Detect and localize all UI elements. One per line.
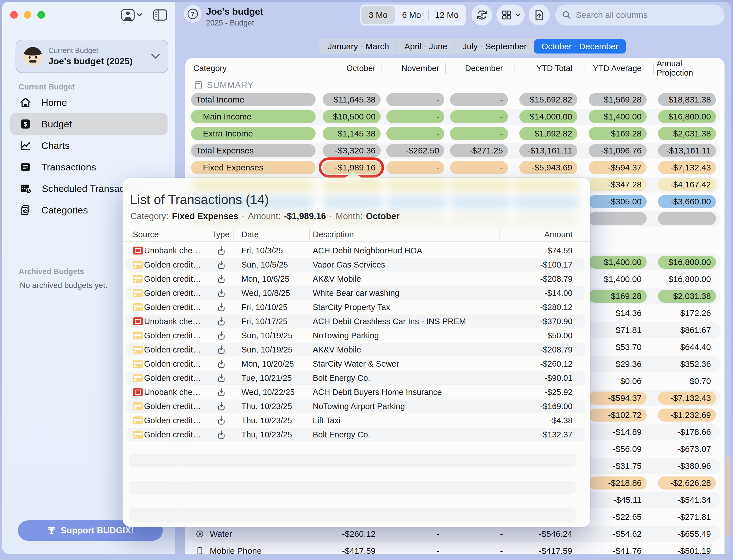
blurred-row-content — [513, 196, 579, 209]
txn-amount: -$370.90 — [540, 314, 573, 328]
sidebar-section-current-budget: Current Budget — [19, 83, 75, 91]
tab-april-june[interactable]: April - June — [397, 39, 455, 54]
import-icon — [217, 243, 226, 258]
column-header-ytd-total[interactable]: YTD Total — [518, 58, 572, 78]
transaction-row[interactable]: Golden credit…Wed, 10/8/25White Bear car… — [123, 286, 590, 300]
skeleton-row — [129, 481, 576, 495]
help-button[interactable]: ? — [184, 5, 202, 23]
credit-card-icon — [133, 328, 143, 343]
value-cell: $16,800.00 — [658, 256, 716, 269]
txn-column-header-date[interactable]: Date — [242, 228, 259, 241]
layout-menu-button[interactable] — [496, 5, 525, 25]
close-window-button[interactable] — [10, 11, 18, 19]
sidebar-item-home[interactable]: Home — [10, 92, 168, 113]
sidebar-item-charts[interactable]: Charts — [10, 135, 168, 156]
blurred-row-content — [323, 179, 383, 192]
transaction-row[interactable]: Golden credit…Thu, 10/23/25NoTowing Airp… — [123, 399, 590, 413]
transaction-row[interactable]: Golden credit…Sun, 10/5/25Vapor Gas Serv… — [123, 258, 590, 272]
txn-description: Lift Taxi — [313, 413, 341, 428]
table-row[interactable]: Extra Income$1,145.38--$1,692.82$169.28$… — [185, 125, 725, 142]
minimize-window-button[interactable] — [24, 11, 31, 19]
txn-description: NoTowing Airport Parking — [313, 399, 405, 413]
tab-july-september[interactable]: July - September — [455, 39, 534, 54]
value-pill: -$1,096.76 — [589, 144, 647, 157]
value-cell: $1,400.00 — [589, 256, 647, 269]
transaction-row[interactable]: Golden credit…Sun, 10/19/25AK&V Mobile-$… — [123, 343, 590, 357]
table-row[interactable]: Main Income$10,500.00--$14,000.00$1,400.… — [185, 108, 725, 125]
category-pill: Total Income — [191, 93, 316, 106]
import-file-button[interactable] — [529, 5, 550, 25]
search-input[interactable] — [576, 10, 718, 20]
credit-card-icon — [133, 300, 143, 314]
value-cell: -$178.66 — [658, 426, 716, 439]
column-divider — [445, 63, 446, 74]
value-cell: $1,400.00 — [589, 273, 647, 286]
txn-column-header-type[interactable]: Type — [212, 228, 230, 241]
value-pill: -$5,943.69 — [519, 161, 577, 174]
zoom-window-button[interactable] — [37, 11, 45, 19]
value-cell: -$271.81 — [658, 510, 716, 523]
credit-card-icon — [133, 343, 143, 357]
page-title: Joe's budget — [206, 6, 263, 17]
transaction-row[interactable]: Golden credit…Thu, 10/23/25Lift Taxi-$4.… — [123, 413, 590, 428]
scrollbar-thumb[interactable] — [727, 456, 730, 537]
txn-source: Golden credit… — [144, 328, 201, 343]
txn-source: Golden credit… — [144, 357, 201, 371]
category-label: Mobile Phone — [196, 542, 262, 554]
txn-date: Sun, 10/19/25 — [242, 343, 293, 357]
transaction-row[interactable]: Unobank che…Fri, 10/17/25ACH Debit Crash… — [123, 314, 590, 328]
transaction-row[interactable]: Golden credit…Thu, 10/23/25Bolt Energy C… — [123, 428, 590, 442]
column-header-ytd-average[interactable]: YTD Average — [587, 58, 642, 78]
column-header-annual-projection[interactable]: Annual Projection — [657, 58, 711, 78]
tab-january-march[interactable]: January - March — [321, 39, 396, 54]
value-cell: -$541.34 — [658, 493, 716, 506]
tab-october-december[interactable]: October - December — [534, 39, 626, 54]
person-icon — [121, 8, 135, 22]
txn-column-header-source[interactable]: Source — [133, 228, 159, 241]
table-row[interactable]: Total Expenses-$3,320.36-$262.50-$271.25… — [185, 142, 725, 159]
table-row[interactable]: Mobile Phone-$417.59---$417.59-$41.76-$5… — [185, 542, 725, 554]
value-pill: $1,400.00 — [589, 110, 647, 123]
transaction-row[interactable]: Golden credit…Sun, 10/19/25NoTowing Park… — [123, 328, 590, 343]
range-segmented-control: 3 Mo6 Mo12 Mo — [360, 5, 466, 25]
sidebar-item-budget[interactable]: $Budget — [10, 113, 168, 135]
toggle-sidebar-button[interactable] — [153, 9, 168, 21]
transaction-row[interactable]: Golden credit…Fri, 10/10/25StarCity Prop… — [123, 300, 590, 314]
credit-card-icon — [133, 371, 143, 385]
import-icon — [217, 399, 226, 413]
txn-amount: -$50.00 — [545, 328, 572, 343]
credit-card-icon — [133, 413, 143, 428]
bank-account-icon — [133, 385, 143, 399]
txn-source: Golden credit… — [144, 371, 201, 385]
column-header-november[interactable]: November — [385, 58, 439, 78]
value-cell: -$7,132.43 — [658, 392, 716, 405]
range-option-12-mo[interactable]: 12 Mo — [429, 6, 465, 24]
txn-date: Mon, 10/6/25 — [242, 272, 289, 286]
value-cell: -$417.59 — [323, 544, 380, 554]
column-header-december[interactable]: December — [448, 58, 503, 78]
skeleton-row — [129, 454, 576, 467]
search-bar[interactable] — [555, 5, 725, 25]
transaction-row[interactable]: Unobank che…Fri, 10/3/25ACH Debit Neighb… — [123, 243, 590, 258]
column-header-category[interactable]: Category — [193, 58, 312, 78]
sync-alert-button[interactable] — [471, 5, 492, 25]
column-header-october[interactable]: October — [321, 58, 375, 78]
txn-amount: -$208.79 — [540, 343, 573, 357]
table-row[interactable]: Fixed Expenses-$1,989.16---$5,943.69-$59… — [185, 159, 725, 176]
txn-column-header-description[interactable]: Description — [313, 228, 354, 241]
import-icon — [217, 300, 226, 314]
range-option-6-mo[interactable]: 6 Mo — [395, 6, 428, 24]
txn-source: Golden credit… — [144, 399, 201, 413]
sidebar-item-transactions[interactable]: Transactions — [10, 156, 168, 178]
transaction-row[interactable]: Golden credit…Tue, 10/21/25Bolt Energy C… — [123, 371, 590, 385]
transaction-row[interactable]: Golden credit…Mon, 10/6/25AK&V Mobile-$2… — [123, 272, 590, 286]
budget-selector[interactable]: Current Budget Joe's budget (2025) — [16, 40, 168, 73]
txn-date: Fri, 10/17/25 — [242, 314, 288, 328]
table-row[interactable]: Total Income$11,645.38--$15,692.82$1,569… — [185, 91, 725, 108]
account-menu-button[interactable] — [121, 8, 142, 22]
table-row[interactable]: Water-$260.12---$546.24-$54.62-$655.49 — [185, 525, 725, 542]
transaction-row[interactable]: Unobank che…Wed, 10/22/25ACH Debit Buyer… — [123, 385, 590, 399]
txn-column-header-amount[interactable]: Amount — [544, 228, 572, 241]
range-option-3-mo[interactable]: 3 Mo — [362, 6, 395, 24]
transaction-row[interactable]: Golden credit…Mon, 10/20/25StarCity Wate… — [123, 357, 590, 371]
